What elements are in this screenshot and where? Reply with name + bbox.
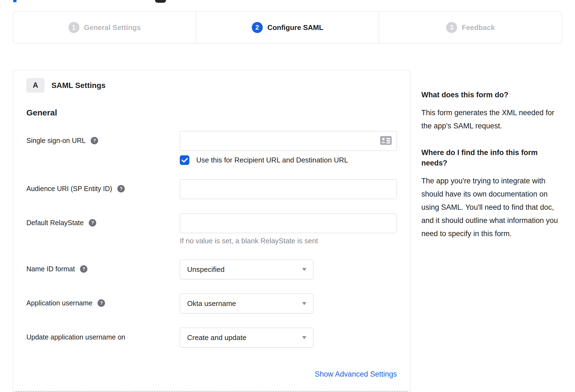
- audience-uri-label: Audience URI (SP Entity ID): [26, 184, 113, 193]
- recipient-url-checkbox-row: Use this for Recipient URL and Destinati…: [180, 155, 397, 165]
- step-feedback[interactable]: 3 Feedback: [379, 12, 562, 43]
- sso-url-label: Single sign-on URL: [26, 136, 87, 145]
- sidebar-heading-where: Where do I find the info this form needs…: [421, 147, 559, 168]
- form-row-audience-uri: Audience URI (SP Entity ID) ?: [26, 179, 397, 199]
- contact-card-icon[interactable]: [380, 136, 392, 146]
- help-icon[interactable]: ?: [80, 265, 87, 273]
- group-title-general: General: [26, 108, 397, 117]
- section-dashed-divider: [15, 391, 408, 392]
- form-row-sso-url: Single sign-on URL ?: [26, 131, 397, 165]
- chevron-down-icon: [302, 302, 306, 305]
- show-advanced-settings-link[interactable]: Show Advanced Settings: [315, 370, 397, 378]
- name-id-format-select[interactable]: Unspecified: [180, 260, 313, 279]
- sidebar-body-where: The app you're trying to integrate with …: [421, 174, 559, 240]
- section-title: SAML Settings: [51, 81, 106, 90]
- application-username-value: Okta username: [187, 299, 236, 308]
- saml-general-form: Single sign-on URL ?: [26, 131, 397, 379]
- section-header: A SAML Settings: [26, 78, 397, 93]
- cut-off-blue-fragment: [13, 0, 16, 2]
- form-row-default-relaystate: Default RelayState ? If no value is set,…: [26, 213, 397, 245]
- name-id-format-value: Unspecified: [187, 265, 225, 274]
- help-icon[interactable]: ?: [89, 219, 96, 227]
- audience-uri-input[interactable]: [180, 179, 397, 199]
- name-id-format-label: Name ID format: [26, 264, 76, 273]
- step-label: Configure SAML: [267, 23, 324, 32]
- sidebar-heading-what: What does this form do?: [421, 90, 559, 100]
- chevron-down-icon: [302, 336, 306, 339]
- update-application-username-select[interactable]: Create and update: [180, 328, 313, 347]
- update-application-username-label: Update application username on: [26, 333, 126, 341]
- update-application-username-value: Create and update: [187, 333, 246, 342]
- section-a-badge: A: [26, 78, 45, 93]
- chevron-down-icon: [302, 268, 306, 271]
- wizard-stepper: 1 General Settings 2 Configure SAML 3 Fe…: [13, 12, 562, 43]
- form-row-name-id-format: Name ID format ? Unspecified: [26, 260, 397, 279]
- relaystate-helper-text: If no value is set, a blank RelayState i…: [180, 237, 397, 245]
- help-icon[interactable]: ?: [117, 185, 125, 192]
- help-icon[interactable]: ?: [91, 137, 98, 144]
- step-label: General Settings: [84, 23, 141, 32]
- step-configure-saml[interactable]: 2 Configure SAML: [196, 12, 379, 43]
- step-general-settings[interactable]: 1 General Settings: [13, 12, 196, 43]
- help-sidebar: What does this form do? This form genera…: [421, 90, 559, 255]
- recipient-url-checkbox[interactable]: [180, 155, 189, 165]
- step-label: Feedback: [462, 23, 495, 32]
- application-username-select[interactable]: Okta username: [180, 294, 313, 313]
- form-row-application-username: Application username ? Okta username: [26, 294, 397, 313]
- cut-off-dark-fragment: [155, 0, 166, 3]
- step-number-badge: 2: [252, 22, 263, 33]
- step-number-badge: 1: [68, 22, 79, 33]
- help-icon[interactable]: ?: [98, 299, 105, 307]
- default-relaystate-input[interactable]: [180, 213, 397, 233]
- default-relaystate-label: Default RelayState: [26, 218, 85, 227]
- recipient-url-checkbox-label: Use this for Recipient URL and Destinati…: [196, 156, 348, 164]
- sidebar-body-what: This form generates the XML needed for t…: [421, 106, 559, 132]
- sso-url-input[interactable]: [180, 131, 397, 151]
- application-username-label: Application username: [26, 299, 93, 307]
- saml-settings-panel: A SAML Settings General Single sign-on U…: [13, 70, 410, 392]
- form-row-update-application-username: Update application username on Create an…: [26, 328, 397, 347]
- step-number-badge: 3: [446, 22, 457, 33]
